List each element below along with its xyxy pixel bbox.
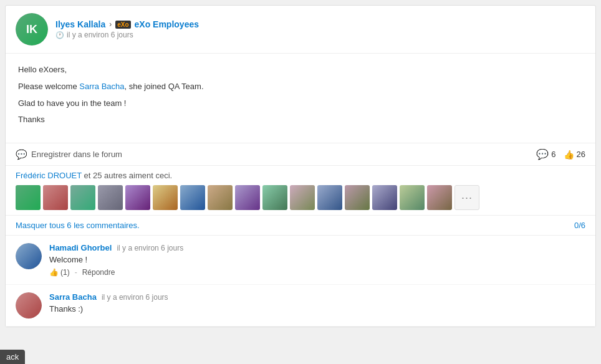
comment-text: Thanks :) xyxy=(49,304,585,314)
back-button[interactable]: ack xyxy=(0,350,25,364)
body-line3: Glad to have you in the team ! xyxy=(18,97,583,110)
body-link[interactable]: Sarra Bacha xyxy=(79,82,124,91)
arrow-icon: › xyxy=(109,20,112,29)
comments-header: Masquer tous 6 les commentaires. 0/6 xyxy=(6,216,595,236)
group-name[interactable]: eXo Employees xyxy=(135,19,200,29)
commenter-avatar-img xyxy=(16,243,42,269)
comments-count: 0/6 xyxy=(574,221,585,230)
post-author-line: Ilyes Kallala › eXo eXo Employees xyxy=(55,19,199,29)
stats-container: 💬 6 👍 26 xyxy=(536,148,585,160)
bubble-icon: 💬 xyxy=(536,148,549,160)
avatar-img xyxy=(180,185,205,210)
avatar-img xyxy=(262,185,287,210)
avatar-img xyxy=(345,185,370,210)
list-item[interactable] xyxy=(208,185,233,210)
list-item[interactable] xyxy=(400,185,425,210)
list-item[interactable] xyxy=(345,185,370,210)
save-forum-button[interactable]: 💬 Enregistrer dans le forum xyxy=(16,149,122,160)
body-line1: Hello eXoers, xyxy=(18,64,583,77)
list-item[interactable] xyxy=(43,185,68,210)
likes-section: Frédéric DROUET et 25 autres aiment ceci… xyxy=(6,166,595,216)
post-time: 🕐 il y a environ 6 jours xyxy=(55,31,199,39)
body-line4: Thanks xyxy=(18,113,583,127)
avatar-img xyxy=(153,185,178,210)
comment-author-line: Sarra Bacha il y a environ 6 jours xyxy=(49,292,585,302)
comment-author[interactable]: Hamadi Ghorbel xyxy=(49,243,112,252)
comment-count: 6 xyxy=(551,150,555,159)
author-avatar[interactable]: IK xyxy=(16,13,48,46)
list-item[interactable] xyxy=(180,185,205,210)
more-likers-button[interactable]: ··· xyxy=(454,185,479,210)
comment-content: Sarra Bacha il y a environ 6 jours Thank… xyxy=(49,292,585,318)
forum-icon: 💬 xyxy=(16,149,27,160)
body-line2: Please welcome Sarra Bacha, she joined Q… xyxy=(18,80,583,93)
post-card: IK Ilyes Kallala › eXo eXo Employees 🕐 i… xyxy=(5,5,596,327)
post-header: IK Ilyes Kallala › eXo eXo Employees 🕐 i… xyxy=(6,6,595,54)
body-line2-suffix: , she joined QA Team. xyxy=(125,82,204,91)
avatar-img xyxy=(372,185,397,210)
comment-separator: - xyxy=(75,268,77,277)
comment-author-line: Hamadi Ghorbel il y a environ 6 jours xyxy=(49,243,585,252)
post-time-label: il y a environ 6 jours xyxy=(67,31,133,39)
hide-comments-button[interactable]: Masquer tous 6 les commentaires. xyxy=(16,221,140,230)
likes-suffix: et 25 autres aiment ceci. xyxy=(84,171,173,180)
avatar-img xyxy=(70,185,95,210)
list-item[interactable] xyxy=(262,185,287,210)
avatar-img xyxy=(208,185,233,210)
save-forum-label: Enregistrer dans le forum xyxy=(31,150,122,159)
post-body: Hello eXoers, Please welcome Sarra Bacha… xyxy=(6,54,595,143)
list-item[interactable] xyxy=(125,185,150,210)
reply-button[interactable]: Répondre xyxy=(82,268,115,277)
avatar-img xyxy=(290,185,315,210)
comment-content: Hamadi Ghorbel il y a environ 6 jours We… xyxy=(49,243,585,277)
list-item[interactable] xyxy=(16,185,41,210)
comment-author[interactable]: Sarra Bacha xyxy=(49,292,97,302)
author-avatar-img: IK xyxy=(16,13,48,46)
avatar-img xyxy=(235,185,260,210)
list-item[interactable] xyxy=(290,185,315,210)
avatar-img xyxy=(400,185,425,210)
group-badge: eXo xyxy=(115,21,130,29)
avatar-img xyxy=(317,185,342,210)
comment-avatar[interactable] xyxy=(16,243,42,269)
like-count: 26 xyxy=(577,150,585,159)
comment-avatar[interactable] xyxy=(16,292,42,318)
avatars-row: ··· xyxy=(16,185,585,210)
list-item[interactable] xyxy=(98,185,123,210)
avatar-img xyxy=(16,185,41,210)
list-item[interactable] xyxy=(372,185,397,210)
commenter-avatar-img xyxy=(16,292,42,318)
list-item[interactable] xyxy=(153,185,178,210)
like-action[interactable]: 👍 (1) xyxy=(49,268,70,277)
post-meta: Ilyes Kallala › eXo eXo Employees 🕐 il y… xyxy=(55,19,199,39)
comment-time: il y a environ 6 jours xyxy=(102,293,168,302)
comment-like-count: (1) xyxy=(60,268,70,277)
avatar-img xyxy=(43,185,68,210)
like-thumb-icon: 👍 xyxy=(49,268,59,277)
likes-text: Frédéric DROUET et 25 autres aiment ceci… xyxy=(16,171,585,180)
comment-stat: 💬 6 xyxy=(536,148,555,160)
list-item[interactable] xyxy=(70,185,95,210)
thumbs-up-icon: 👍 xyxy=(564,150,574,160)
list-item[interactable] xyxy=(235,185,260,210)
avatar-img xyxy=(98,185,123,210)
comment-item: Hamadi Ghorbel il y a environ 6 jours We… xyxy=(6,236,595,285)
like-stat: 👍 26 xyxy=(564,150,585,160)
body-line2-prefix: Please welcome xyxy=(18,82,79,91)
avatar-img xyxy=(125,185,150,210)
action-bar: 💬 Enregistrer dans le forum 💬 6 👍 26 xyxy=(6,143,595,166)
avatar-img xyxy=(427,185,452,210)
comment-item: Sarra Bacha il y a environ 6 jours Thank… xyxy=(6,285,595,327)
list-item[interactable] xyxy=(317,185,342,210)
clock-icon: 🕐 xyxy=(55,31,64,39)
page-wrapper: IK Ilyes Kallala › eXo eXo Employees 🕐 i… xyxy=(0,5,601,364)
first-liker[interactable]: Frédéric DROUET xyxy=(16,171,82,180)
comment-actions: 👍 (1) - Répondre xyxy=(49,268,585,277)
author-name[interactable]: Ilyes Kallala xyxy=(55,19,105,29)
comment-text: Welcome ! xyxy=(49,255,585,264)
comment-time: il y a environ 6 jours xyxy=(117,244,183,252)
list-item[interactable] xyxy=(427,185,452,210)
